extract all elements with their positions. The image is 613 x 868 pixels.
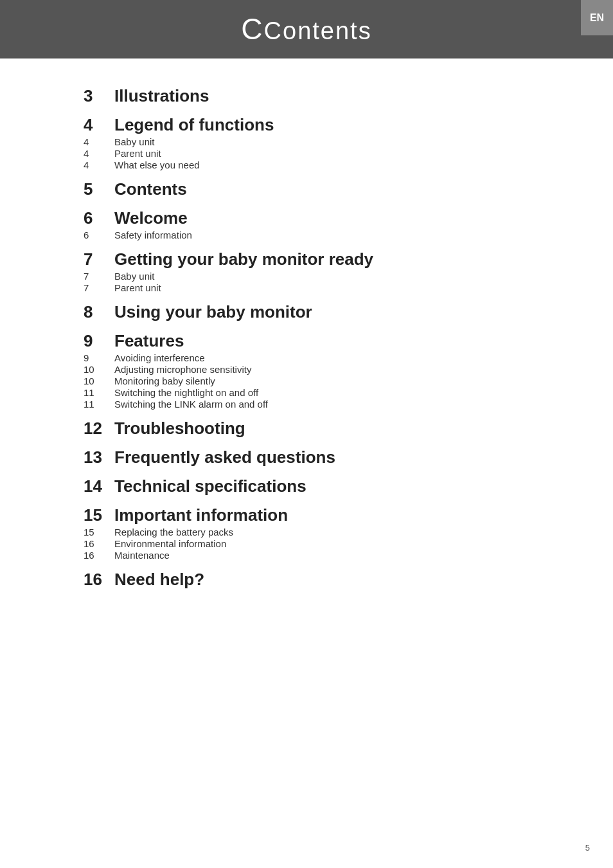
toc-sub-number: 11 [84, 387, 114, 398]
toc-sub-row: 4Baby unit [84, 136, 562, 147]
toc-sub-title: Baby unit [114, 136, 155, 147]
toc-heading-row: 3Illustrations [84, 86, 562, 106]
toc-section: 8Using your baby monitor [84, 302, 562, 322]
toc-sub-number: 16 [84, 550, 114, 561]
toc-heading-row: 8Using your baby monitor [84, 302, 562, 322]
toc-sub-number: 4 [84, 159, 114, 170]
toc-sub-row: 9Avoiding interference [84, 352, 562, 363]
toc-section: 12Troubleshooting [84, 419, 562, 439]
page-header: CContents EN [0, 0, 613, 58]
toc-section: 7Getting your baby monitor ready7Baby un… [84, 249, 562, 293]
toc-section: 5Contents [84, 179, 562, 199]
toc-heading-row: 9Features [84, 331, 562, 351]
toc-sub-title: Environmental information [114, 538, 226, 549]
toc-sub-number: 11 [84, 399, 114, 410]
toc-sub-title: Parent unit [114, 148, 161, 159]
toc-title: Contents [114, 179, 187, 199]
toc-sub-number: 4 [84, 136, 114, 147]
toc-title: Need help? [114, 570, 204, 590]
toc-title: Technical specifications [114, 476, 306, 496]
toc-number: 13 [84, 448, 114, 467]
toc-sub-title: Switching the LINK alarm on and off [114, 399, 268, 410]
toc-sub-row: 15Replacing the battery packs [84, 527, 562, 538]
toc-sub-row: 10Monitoring baby silently [84, 375, 562, 386]
toc-sub-title: Baby unit [114, 271, 155, 282]
toc-sub-number: 16 [84, 538, 114, 549]
toc-sub-number: 7 [84, 271, 114, 282]
toc-heading-row: 14Technical specifications [84, 476, 562, 496]
toc-number: 14 [84, 476, 114, 496]
toc-title: Welcome [114, 208, 188, 228]
toc-title: Features [114, 331, 184, 351]
toc-section: 6Welcome6Safety information [84, 208, 562, 240]
toc-heading-row: 7Getting your baby monitor ready [84, 249, 562, 269]
toc-number: 5 [84, 179, 114, 199]
toc-sub-number: 4 [84, 148, 114, 159]
toc-number: 4 [84, 115, 114, 135]
toc-sub-title: Switching the nightlight on and off [114, 387, 258, 398]
toc-heading-row: 6Welcome [84, 208, 562, 228]
toc-number: 9 [84, 331, 114, 351]
toc-section: 13Frequently asked questions [84, 448, 562, 467]
toc-sub-number: 7 [84, 282, 114, 293]
toc-heading-row: 13Frequently asked questions [84, 448, 562, 467]
toc-sub-title: Monitoring baby silently [114, 375, 215, 386]
toc-heading-row: 16Need help? [84, 570, 562, 590]
toc-sub-row: 7Baby unit [84, 271, 562, 282]
toc-sub-row: 11Switching the LINK alarm on and off [84, 399, 562, 410]
toc-sub-number: 9 [84, 352, 114, 363]
toc-sub-row: 7Parent unit [84, 282, 562, 293]
toc-sub-title: What else you need [114, 159, 200, 170]
toc-sub-row: 10Adjusting microphone sensitivity [84, 364, 562, 375]
toc-title: Getting your baby monitor ready [114, 249, 373, 269]
language-badge: EN [581, 0, 613, 35]
toc-title: Important information [114, 505, 288, 525]
toc-sub-row: 4Parent unit [84, 148, 562, 159]
toc-sub-row: 4What else you need [84, 159, 562, 170]
toc-section: 9Features9Avoiding interference10Adjusti… [84, 331, 562, 410]
toc-heading-row: 5Contents [84, 179, 562, 199]
toc-sub-row: 6Safety information [84, 230, 562, 240]
toc-number: 8 [84, 302, 114, 322]
toc-sub-title: Maintenance [114, 550, 170, 561]
toc-title: Legend of functions [114, 115, 274, 135]
toc-title: Frequently asked questions [114, 448, 335, 467]
toc-heading-row: 12Troubleshooting [84, 419, 562, 439]
toc-content: 3Illustrations4Legend of functions4Baby … [0, 59, 613, 619]
toc-sub-number: 10 [84, 364, 114, 375]
toc-sub-number: 10 [84, 375, 114, 386]
toc-sub-number: 6 [84, 230, 114, 240]
toc-sub-row: 16Maintenance [84, 550, 562, 561]
toc-number: 6 [84, 208, 114, 228]
toc-section: 3Illustrations [84, 86, 562, 106]
page-container: CContents EN 3Illustrations4Legend of fu… [0, 0, 613, 868]
toc-number: 12 [84, 419, 114, 439]
toc-number: 16 [84, 570, 114, 590]
toc-section: 16Need help? [84, 570, 562, 590]
toc-section: 4Legend of functions4Baby unit4Parent un… [84, 115, 562, 170]
toc-number: 15 [84, 505, 114, 525]
toc-title: Troubleshooting [114, 419, 245, 439]
toc-title: Using your baby monitor [114, 302, 312, 322]
toc-number: 3 [84, 86, 114, 106]
toc-sub-title: Parent unit [114, 282, 161, 293]
toc-number: 7 [84, 249, 114, 269]
toc-sub-row: 11Switching the nightlight on and off [84, 387, 562, 398]
header-title: CContents [241, 12, 371, 46]
page-number: 5 [585, 843, 590, 853]
toc-section: 15Important information15Replacing the b… [84, 505, 562, 561]
toc-sub-title: Adjusting microphone sensitivity [114, 364, 251, 375]
toc-title: Illustrations [114, 86, 209, 106]
toc-section: 14Technical specifications [84, 476, 562, 496]
toc-sub-row: 16Environmental information [84, 538, 562, 549]
toc-heading-row: 15Important information [84, 505, 562, 525]
toc-sub-title: Replacing the battery packs [114, 527, 233, 538]
toc-sub-title: Safety information [114, 230, 192, 240]
toc-sub-number: 15 [84, 527, 114, 538]
toc-sub-title: Avoiding interference [114, 352, 205, 363]
toc-heading-row: 4Legend of functions [84, 115, 562, 135]
